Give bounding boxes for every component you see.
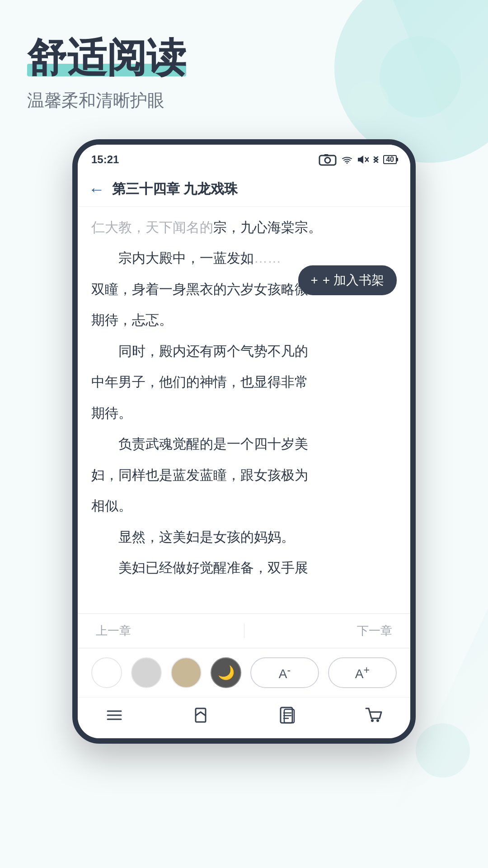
font-increase-label: A+ <box>355 664 370 681</box>
hero-title-highlight: 舒适阅读 <box>27 36 186 80</box>
settings-bar: 🌙 A- A+ <box>78 648 410 697</box>
back-button[interactable]: ← <box>89 180 105 199</box>
status-bar: 15:21 <box>78 145 410 173</box>
text-line-10: 显然，这美妇是女孩的妈妈。 <box>91 525 397 549</box>
text-line-7: 负责武魂觉醒的是一个四十岁美 <box>91 432 397 456</box>
phone-mockup: 15:21 <box>72 139 416 744</box>
theme-light-gray-button[interactable] <box>131 657 162 688</box>
text-line-4: 同时，殿内还有两个气势不凡的 <box>91 340 397 363</box>
text-line-3: 期待，忐忑。 <box>91 308 397 332</box>
camera-icon <box>318 150 337 169</box>
font-decrease-button[interactable]: A- <box>250 657 319 688</box>
add-shelf-popup[interactable]: + + 加入书架 <box>298 265 397 295</box>
text-line-5: 中年男子，他们的神情，也显得非常 <box>91 370 397 394</box>
text-line-0: 仁大教，天下闻名的宗，九心海棠宗。 <box>91 216 397 240</box>
bottom-nav <box>78 697 410 738</box>
chapter-title: 第三十四章 九龙戏珠 <box>112 180 238 198</box>
nav-item-toc[interactable] <box>105 706 124 725</box>
nav-item-chapters[interactable] <box>278 706 297 725</box>
nav-item-bookmark[interactable] <box>191 706 210 725</box>
text-line-11: 美妇已经做好觉醒准备，双手展 <box>91 556 397 580</box>
volume-mute-icon <box>357 155 369 164</box>
bluetooth-icon <box>372 154 380 165</box>
wifi-icon <box>341 155 353 164</box>
hero-title: 舒适阅读 <box>27 36 186 80</box>
text-line-6: 期待。 <box>91 401 397 425</box>
svg-point-1 <box>325 157 330 163</box>
svg-point-16 <box>371 719 374 722</box>
add-shelf-label: + 加入书架 <box>323 272 384 289</box>
hero-title-text: 舒适阅读 <box>27 35 186 80</box>
svg-marker-4 <box>358 156 363 164</box>
theme-night-button[interactable]: 🌙 <box>211 657 241 688</box>
moon-icon: 🌙 <box>218 665 235 680</box>
hero-subtitle: 温馨柔和清晰护眼 <box>27 89 461 112</box>
chapter-nav: 上一章 下一章 <box>78 613 410 648</box>
battery-icon: 40 <box>383 155 397 164</box>
nav-divider <box>244 623 244 638</box>
svg-point-3 <box>347 162 348 164</box>
reader-header: ← 第三十四章 九龙戏珠 <box>78 173 410 207</box>
toc-icon <box>105 706 124 725</box>
next-chapter-button[interactable]: 下一章 <box>357 623 392 639</box>
svg-rect-2 <box>324 154 328 156</box>
svg-point-17 <box>376 719 379 722</box>
font-increase-button[interactable]: A+ <box>328 657 397 688</box>
add-shelf-plus-icon: + <box>311 273 318 288</box>
chapter-list-icon <box>278 706 297 725</box>
page-content: 舒适阅读 温馨柔和清晰护眼 15:21 <box>0 0 488 771</box>
text-line-8: 妇，同样也是蓝发蓝瞳，跟女孩极为 <box>91 463 397 487</box>
prev-chapter-button[interactable]: 上一章 <box>96 623 131 639</box>
font-decrease-label: A- <box>279 664 291 681</box>
theme-warm-button[interactable] <box>171 657 202 688</box>
status-time: 15:21 <box>91 153 119 166</box>
bookmark-icon <box>191 706 210 725</box>
status-icons: 40 <box>318 150 397 169</box>
nav-item-cart[interactable] <box>364 706 383 725</box>
reader-content: + + 加入书架 仁大教，天下闻名的宗，九心海棠宗。 宗内大殿中，一蓝发如…… … <box>78 207 410 613</box>
cart-icon <box>364 706 383 725</box>
text-line-9: 相似。 <box>91 494 397 518</box>
phone-container: 15:21 <box>27 139 461 744</box>
theme-white-button[interactable] <box>91 657 122 688</box>
